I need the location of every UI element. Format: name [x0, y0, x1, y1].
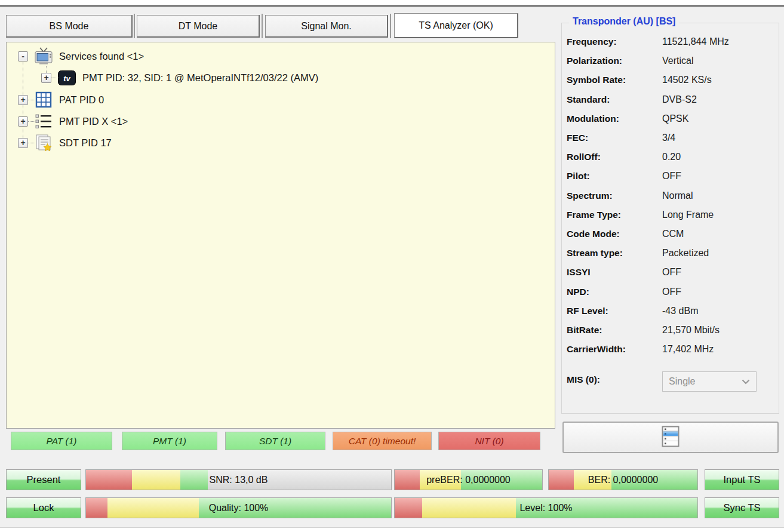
row-label: NPD:	[567, 287, 662, 297]
transponder-row-rf-level: RF Level: -43 dBm	[567, 302, 776, 321]
list-view-icon	[662, 426, 680, 450]
psi-label: PMT (1)	[153, 436, 186, 447]
ber-bar: BER: 0,0000000	[548, 469, 698, 490]
tree-item-services-found[interactable]: - Services found <1>	[18, 45, 144, 67]
row-value: QPSK	[662, 113, 688, 124]
tree-connector	[28, 143, 35, 143]
transponder-row-issyi: ISSYI OFF	[567, 263, 776, 282]
row-label: Spectrum:	[567, 190, 662, 201]
ts-tree-panel[interactable]: - Services found <1> + tv	[6, 42, 555, 429]
row-label: Symbol Rate:	[567, 75, 662, 85]
tab-dt-mode[interactable]: DT Mode	[137, 15, 260, 38]
monitor-icon	[33, 47, 54, 65]
tab-bs-mode-label: BS Mode	[50, 21, 89, 32]
mis-row: MIS (0): Single	[567, 374, 776, 385]
expand-icon[interactable]: +	[41, 73, 51, 83]
ber-value: BER: 0,0000000	[549, 470, 697, 490]
row-label: FEC:	[567, 133, 662, 143]
status-badge-sdt: SDT (1)	[225, 432, 325, 450]
row-value: OFF	[662, 267, 681, 278]
transponder-row-bitrate: BitRate: 21,570 Mbit/s	[567, 321, 776, 340]
transponder-rows: Frequency: 11521,844 MHz Polarization: V…	[567, 32, 776, 359]
quality-bar: Quality: 100%	[85, 497, 392, 518]
row-label: Code Mode:	[567, 229, 662, 239]
psi-label: NIT (0)	[475, 436, 503, 447]
mis-label: MIS (0):	[567, 374, 662, 385]
row-label: Frame Type:	[567, 210, 662, 220]
level-value: Level: 100%	[395, 498, 697, 518]
present-indicator[interactable]: Present	[6, 469, 81, 490]
row-value: Vertical	[662, 56, 693, 66]
psi-label: PAT (1)	[46, 436, 76, 447]
tab-separator	[134, 14, 135, 38]
tree-item-label: SDT PID 17	[59, 137, 112, 149]
tab-signal-mon[interactable]: Signal Mon.	[265, 15, 388, 38]
row-label: ISSYI	[567, 267, 662, 278]
mis-selected-value: Single	[669, 376, 695, 387]
tree-item-label: PMT PID: 32, SID: 1 @ MetOperaINTf12/03/…	[82, 72, 318, 84]
row-label: Standard:	[567, 94, 662, 105]
tab-separator	[262, 14, 263, 38]
status-badge-pmt: PMT (1)	[122, 432, 217, 450]
expand-icon[interactable]: +	[18, 95, 28, 105]
input-ts-indicator[interactable]: Input TS	[705, 469, 779, 490]
psi-label: CAT (0) timeout!	[349, 436, 416, 447]
tab-separator	[390, 14, 391, 38]
tree-item-pmt-service[interactable]: + tv PMT PID: 32, SID: 1 @ MetOperaINTf1…	[41, 67, 318, 88]
transponder-row-modulation: Modulation: QPSK	[567, 109, 776, 128]
psi-label: SDT (1)	[259, 436, 291, 447]
tab-bs-mode[interactable]: BS Mode	[6, 15, 133, 38]
status-badge-nit: NIT (0)	[438, 432, 540, 450]
snr-value: SNR: 13,0 dB	[86, 470, 391, 490]
tree-connector	[28, 100, 35, 100]
snr-bar: SNR: 13,0 dB	[85, 469, 392, 490]
row-label: RollOff:	[567, 152, 662, 162]
row-value: 0.20	[662, 152, 681, 162]
preber-value: preBER: 0,0000000	[395, 470, 542, 490]
tree-item-label: PMT PID X <1>	[59, 116, 128, 127]
row-label: Polarization:	[567, 56, 662, 66]
present-label: Present	[27, 474, 61, 485]
tab-ts-analyzer-label: TS Analyzer (OK)	[419, 20, 493, 31]
lock-indicator[interactable]: Lock	[6, 497, 81, 518]
transponder-title: Transponder (AU) [BS]	[569, 16, 679, 27]
preber-bar: preBER: 0,0000000	[394, 469, 543, 490]
chevron-down-icon	[742, 376, 750, 387]
row-label: Modulation:	[567, 113, 662, 124]
row-value: -43 dBm	[662, 306, 698, 316]
expand-icon[interactable]: +	[18, 116, 28, 127]
status-badge-cat: CAT (0) timeout!	[333, 432, 432, 450]
row-label: Pilot:	[567, 171, 662, 182]
sync-ts-indicator[interactable]: Sync TS	[705, 497, 779, 518]
row-value: 11521,844 MHz	[662, 36, 729, 47]
tree-item-label: PAT PID 0	[59, 94, 104, 106]
transponder-row-polarization: Polarization: Vertical	[567, 51, 776, 70]
transponder-row-code-mode: Code Mode: CCM	[567, 225, 776, 244]
row-value: 17,402 MHz	[662, 344, 714, 355]
collapse-icon[interactable]: -	[18, 51, 28, 61]
tree-item-label: Services found <1>	[59, 51, 144, 62]
service-list-button[interactable]	[562, 422, 779, 453]
tab-signal-mon-label: Signal Mon.	[301, 21, 352, 32]
expand-icon[interactable]: +	[18, 138, 28, 148]
tree-connector	[51, 78, 59, 78]
input-ts-label: Input TS	[723, 474, 760, 485]
transponder-row-standard: Standard: DVB-S2	[567, 90, 776, 109]
list-icon	[33, 112, 54, 130]
row-value: Packetized	[662, 248, 709, 259]
mis-dropdown[interactable]: Single	[662, 371, 757, 392]
tab-ts-analyzer[interactable]: TS Analyzer (OK)	[394, 13, 518, 38]
transponder-row-frequency: Frequency: 11521,844 MHz	[567, 32, 776, 51]
row-value: OFF	[662, 171, 681, 182]
row-value: 21,570 Mbit/s	[662, 325, 720, 336]
status-badge-pat: PAT (1)	[11, 432, 112, 450]
row-value: DVB-S2	[662, 94, 697, 105]
transponder-groupbox: Transponder (AU) [BS] Frequency: 11521,8…	[561, 23, 779, 414]
transponder-row-rolloff: RollOff: 0.20	[567, 147, 776, 167]
row-value: 3/4	[662, 133, 675, 143]
row-value: CCM	[662, 229, 684, 239]
transponder-row-spectrum: Spectrum: Normal	[567, 186, 776, 205]
lock-label: Lock	[33, 502, 54, 513]
transponder-row-fec: FEC: 3/4	[567, 128, 776, 147]
sync-ts-label: Sync TS	[723, 502, 760, 513]
